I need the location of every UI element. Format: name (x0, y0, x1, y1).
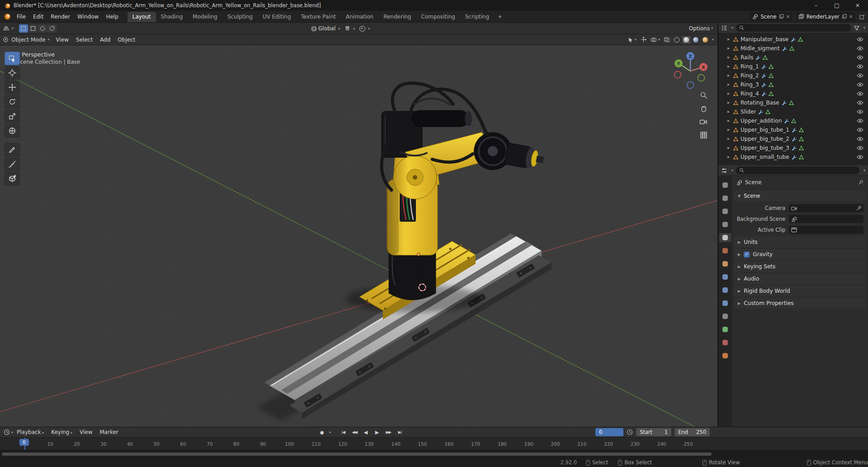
outliner-row[interactable]: ▶ Ring_4 (718, 89, 868, 98)
shading-wireframe-button[interactable] (673, 36, 681, 43)
expand-arrow-icon[interactable]: ▶ (727, 146, 731, 150)
object-name[interactable]: Midle_sigment (741, 45, 780, 52)
menu-item[interactable]: Edit (29, 11, 47, 22)
menu-item[interactable]: Render (47, 11, 74, 22)
selectability-dropdown[interactable]: ▾ (627, 36, 638, 43)
expand-arrow-icon[interactable]: ▶ (727, 110, 731, 114)
mode-dropdown[interactable]: Object Mode ▾ (0, 37, 52, 43)
select-mode-box[interactable] (28, 24, 38, 33)
outliner-row[interactable]: ▶ Ring_1 (718, 62, 868, 71)
visibility-eye-icon[interactable] (857, 119, 863, 123)
snap-toggle[interactable]: ▾ (344, 26, 355, 32)
viewport-menu-item[interactable]: Add (96, 34, 114, 45)
gravity-checkbox[interactable]: ✓ (744, 252, 750, 257)
properties-search-input[interactable] (746, 167, 856, 174)
close-button[interactable]: × (847, 0, 868, 11)
object-name[interactable]: Rotating_Base (741, 100, 779, 106)
eyedropper-icon[interactable] (856, 206, 861, 211)
properties-editor-selector[interactable] (721, 167, 727, 174)
current-frame-field[interactable]: 0 (595, 428, 623, 436)
properties-tab-object[interactable] (719, 259, 731, 268)
pin-icon[interactable] (858, 180, 863, 185)
add-cube-tool[interactable] (5, 172, 20, 186)
scene-panel-header[interactable]: ▼ Scene (734, 191, 866, 201)
shading-rendered-button[interactable] (701, 36, 709, 43)
properties-tab-object-constraints[interactable] (719, 312, 731, 321)
properties-tab-physics[interactable] (719, 299, 731, 308)
options-dropdown[interactable]: Options (689, 25, 710, 32)
menu-item[interactable]: Window (74, 11, 102, 22)
outliner-row[interactable]: ▶ Upper_addition (718, 116, 868, 125)
expand-arrow-icon[interactable]: ▶ (727, 65, 731, 68)
visibility-eye-icon[interactable] (857, 110, 863, 114)
gizmo-x-neg-handle[interactable] (675, 71, 681, 78)
preview-range-clock-icon[interactable] (627, 429, 633, 435)
visibility-eye-icon[interactable] (857, 82, 863, 87)
playhead-frame-badge[interactable]: 0 (19, 439, 29, 446)
maximize-button[interactable]: □ (826, 0, 847, 11)
workspace-tab[interactable]: Layout (127, 12, 156, 22)
menu-item[interactable]: File (13, 11, 29, 22)
remove-layer-icon[interactable]: × (849, 14, 853, 19)
rotate-tool[interactable] (5, 95, 20, 109)
overlays-toggle[interactable]: ▾ (649, 36, 661, 43)
gizmos-toggle[interactable] (639, 36, 648, 43)
properties-tab-output[interactable] (719, 207, 731, 216)
unlink-scene-icon[interactable]: × (786, 14, 790, 19)
object-name[interactable]: Upper_small_tube (741, 154, 789, 160)
visibility-eye-icon[interactable] (857, 91, 863, 96)
properties-tab-tool[interactable] (719, 181, 731, 190)
expand-arrow-icon[interactable]: ▶ (727, 83, 731, 86)
timeline-editor-selector[interactable] (4, 429, 10, 435)
timeline-ruler[interactable]: 0102030405060708090100110120130140150160… (0, 437, 868, 450)
workspace-tab[interactable]: Scripting (460, 12, 494, 22)
scene-selector[interactable]: Scene × (750, 12, 792, 21)
expand-arrow-icon[interactable]: ▶ (727, 119, 731, 123)
outliner-search-input[interactable] (746, 24, 848, 31)
play-button[interactable]: ▶ (372, 428, 382, 436)
outliner-row[interactable]: ▶ Manipulator_base (718, 35, 868, 44)
outliner-editor-selector[interactable] (721, 25, 727, 31)
viewport-menu-item[interactable]: Select (72, 34, 96, 45)
measure-tool[interactable] (5, 157, 20, 171)
object-name[interactable]: Ring_4 (741, 91, 759, 97)
menu-item[interactable]: Help (102, 11, 122, 22)
properties-tab-modifiers[interactable] (719, 272, 731, 281)
object-name[interactable]: Rails (741, 54, 753, 61)
object-name[interactable]: Upper_addition (741, 118, 782, 124)
properties-tab-world[interactable] (719, 246, 731, 255)
workspace-tab[interactable]: Shading (156, 12, 188, 22)
properties-tab-material[interactable] (719, 338, 731, 347)
add-view-layer-icon[interactable] (859, 14, 865, 20)
transform-orientation-dropdown[interactable]: Global ▾ (311, 25, 340, 32)
viewport-menu-item[interactable]: View (52, 34, 72, 45)
timeline-menu-item[interactable]: Playback (13, 429, 47, 435)
xray-toggle[interactable] (663, 36, 671, 43)
expand-arrow-icon[interactable]: ▶ (727, 56, 731, 59)
viewport-menu-item[interactable]: Object (114, 34, 139, 45)
frame-end-field[interactable]: End 250 (675, 428, 710, 436)
section-custom-properties[interactable]: ▶ Custom Properties (734, 298, 866, 309)
shading-dropdown-caret-icon[interactable]: ▾ (712, 38, 714, 42)
object-name[interactable]: Ring_2 (741, 72, 759, 79)
properties-tab-texture[interactable] (719, 351, 731, 360)
auto-keying-button[interactable]: ● (316, 428, 327, 436)
frame-start-field[interactable]: Start 1 (636, 428, 671, 436)
jump-to-start-button[interactable]: |◀ (338, 428, 349, 436)
outliner-row[interactable]: ▶ Slider (718, 107, 868, 116)
camera-field[interactable] (789, 204, 863, 212)
expand-arrow-icon[interactable]: ▶ (727, 92, 731, 95)
expand-arrow-icon[interactable]: ▶ (727, 74, 731, 77)
properties-tab-render[interactable] (719, 194, 731, 203)
filter-funnel-icon[interactable] (854, 25, 859, 31)
workspace-tab[interactable]: Texture Paint (296, 12, 341, 22)
timeline-menu-item[interactable]: View (76, 429, 96, 435)
select-mode-tweak[interactable] (19, 24, 28, 33)
navigation-gizmo[interactable]: Z Y X (670, 50, 710, 90)
expand-arrow-icon[interactable]: ▶ (727, 47, 731, 50)
next-keyframe-button[interactable]: ▶▶ (383, 428, 394, 436)
render-layer-selector[interactable]: RenderLayer × (796, 12, 855, 21)
section-gravity[interactable]: ▶ ✓ Gravity (734, 249, 866, 260)
transform-tool[interactable] (5, 124, 20, 138)
editor-type-selector[interactable]: ▾ (0, 25, 16, 32)
